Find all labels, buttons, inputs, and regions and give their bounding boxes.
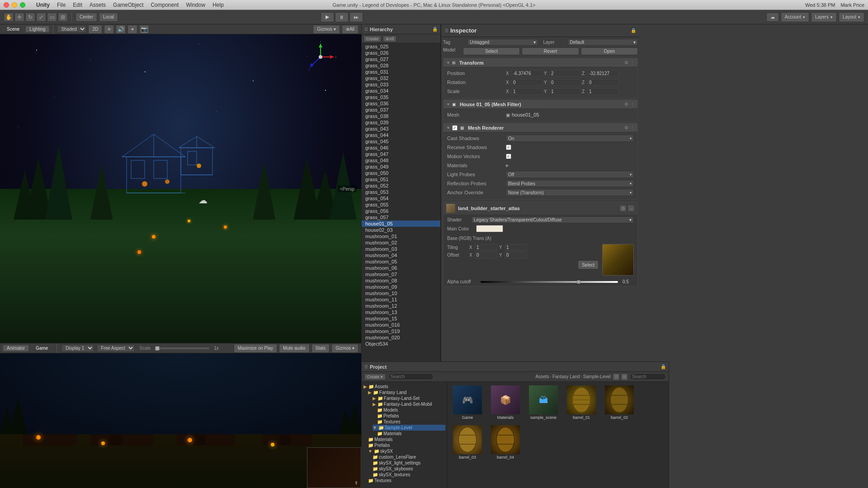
hier-grass-038[interactable]: grass_038	[362, 113, 440, 119]
hierarchy-lock-icon[interactable]: 🔒	[432, 27, 438, 32]
hier-mushroom-020[interactable]: mushroom_020	[362, 334, 440, 341]
tree-models[interactable]: 📁 Models	[377, 407, 445, 413]
asset-sample-scene[interactable]: 🏔 sample_scene	[525, 384, 561, 422]
tree-sample-level[interactable]: ▼ 📁 Sample-Level	[373, 425, 445, 431]
hier-grass-056[interactable]: grass_056	[362, 208, 440, 214]
project-lock-icon[interactable]: 🔒	[660, 364, 666, 369]
hier-grass-036[interactable]: grass_036	[362, 100, 440, 107]
asset-barrel-01[interactable]: barrel_01	[563, 384, 599, 422]
lighting-tab[interactable]: Lighting	[25, 26, 49, 33]
multi-tool[interactable]: ⊞	[58, 13, 68, 22]
tree-materials[interactable]: 📁 Materials	[368, 436, 445, 442]
transform-tools[interactable]: ✋ ✛ ↻ ⤢ ▭ ⊞	[4, 13, 68, 22]
mesh-renderer-enabled-checkbox[interactable]	[452, 125, 458, 131]
tree-fantasy-land-set-mobil[interactable]: ▶ 📁 Fantasy-Land-Set-Mobil	[373, 401, 445, 407]
material-settings-button[interactable]: ⚙	[619, 205, 627, 212]
mute-audio-button[interactable]: Mute audio	[279, 344, 309, 353]
maximize-button[interactable]	[20, 2, 25, 8]
anchor-override-dropdown[interactable]: None (Transform)	[506, 189, 634, 196]
hier-mushroom-09[interactable]: mushroom_09	[362, 284, 440, 290]
texture-select-button[interactable]: Select	[578, 260, 599, 269]
hier-grass-033[interactable]: grass_033	[362, 81, 440, 88]
hier-mushroom-11[interactable]: mushroom_11	[362, 296, 440, 303]
mac-menu[interactable]: File Edit Assets GameObject Component Wi…	[57, 2, 224, 8]
project-grid-view-icon[interactable]: ⊞	[621, 373, 628, 380]
hier-grass-054[interactable]: grass_054	[362, 195, 440, 202]
texture-preview[interactable]	[602, 244, 634, 276]
hier-grass-057[interactable]: grass_057	[362, 214, 440, 221]
hier-grass-028[interactable]: grass_028	[362, 62, 440, 69]
transform-header[interactable]: ▼ ⊞ Transform ⚙ ⋮	[443, 58, 637, 67]
close-button[interactable]	[4, 2, 9, 8]
materials-arrow-icon[interactable]: ▶	[506, 163, 509, 168]
offset-y-input[interactable]	[505, 252, 527, 258]
scale-slider[interactable]	[155, 347, 209, 349]
window-controls[interactable]	[4, 2, 25, 8]
position-x-input[interactable]	[511, 70, 543, 77]
tiling-x-input[interactable]	[475, 244, 497, 251]
layer-dropdown[interactable]: Default	[568, 39, 638, 46]
menu-file[interactable]: File	[57, 2, 66, 8]
hier-mushroom-12[interactable]: mushroom_12	[362, 303, 440, 309]
hier-mushroom-019[interactable]: mushroom_019	[362, 328, 440, 334]
scene-audio-button[interactable]: 🔊	[116, 25, 126, 34]
breadcrumb-assets[interactable]: Assets	[536, 374, 549, 379]
project-asset-search-input[interactable]	[630, 373, 666, 380]
light-probes-dropdown[interactable]: Off	[506, 171, 634, 178]
tree-skysx-light[interactable]: 📁 skySX_light_settings	[373, 460, 445, 466]
mesh-renderer-kebab-icon[interactable]: ⋮	[630, 125, 635, 130]
hier-mushroom-04[interactable]: mushroom_04	[362, 252, 440, 258]
project-assets-grid[interactable]: 🎮 Game 📦 Materials 🏔 sample_scene	[448, 382, 669, 488]
hier-grass-045[interactable]: grass_045	[362, 138, 440, 145]
hier-grass-039[interactable]: grass_039	[362, 119, 440, 126]
hier-mushroom-05[interactable]: mushroom_05	[362, 258, 440, 265]
hier-mushroom-016[interactable]: mushroom_016	[362, 322, 440, 328]
hier-grass-034[interactable]: grass_034	[362, 88, 440, 94]
tree-skysx-textures[interactable]: 📁 skySX_textures	[373, 472, 445, 478]
scene-all-button[interactable]: ⊕All	[342, 25, 359, 34]
alpha-handle[interactable]	[577, 280, 580, 284]
position-z-input[interactable]	[587, 70, 619, 77]
hier-grass-037[interactable]: grass_037	[362, 107, 440, 113]
hier-grass-047[interactable]: grass_047	[362, 151, 440, 157]
display-dropdown[interactable]: Display 1	[61, 344, 94, 352]
hierarchy-create-button[interactable]: Create	[363, 36, 381, 42]
hier-mushroom-10[interactable]: mushroom_10	[362, 290, 440, 296]
tree-custom-lensflare[interactable]: 📁 custom_LensFlare	[373, 454, 445, 460]
tree-prefabs-2[interactable]: 📁 Prefabs	[368, 442, 445, 448]
menu-help[interactable]: Help	[212, 2, 224, 8]
breadcrumb-sample-level[interactable]: Sample-Level	[583, 374, 611, 379]
receive-shadows-checkbox[interactable]	[506, 145, 511, 150]
hier-mushroom-08[interactable]: mushroom_08	[362, 277, 440, 284]
rotation-y-input[interactable]	[549, 79, 581, 86]
menu-component[interactable]: Component	[151, 2, 179, 8]
hier-grass-043[interactable]: grass_043	[362, 126, 440, 132]
collab-button[interactable]: ☁	[766, 13, 779, 22]
hier-grass-048[interactable]: grass_048	[362, 157, 440, 164]
inspector-lock-icon[interactable]: 🔒	[631, 28, 636, 33]
hier-grass-051[interactable]: grass_051	[362, 176, 440, 183]
hier-object534[interactable]: Object534	[362, 341, 440, 347]
asset-materials[interactable]: 📦 Materials	[487, 384, 524, 422]
project-view-mode-icon[interactable]: ☰	[613, 373, 620, 380]
transform-kebab-icon[interactable]: ⋮	[630, 60, 635, 65]
hier-mushroom-03[interactable]: mushroom_03	[362, 246, 440, 252]
hier-grass-031[interactable]: grass_031	[362, 69, 440, 75]
scene-camera-button[interactable]: 📷	[139, 25, 149, 34]
offset-x-input[interactable]	[475, 252, 497, 258]
tree-assets[interactable]: ▶ 📁 Assets	[363, 384, 445, 389]
hier-grass-026[interactable]: grass_026	[362, 50, 440, 56]
cast-shadows-dropdown[interactable]: On	[506, 135, 634, 142]
scale-z-input[interactable]	[587, 88, 619, 95]
main-color-swatch[interactable]	[476, 225, 503, 232]
scale-x-input[interactable]	[511, 88, 543, 95]
layers-dropdown[interactable]: Layers	[811, 12, 837, 22]
hier-grass-052[interactable]: grass_052	[362, 183, 440, 189]
tiling-y-input[interactable]	[505, 244, 527, 251]
maximize-on-play-button[interactable]: Maximize on Play	[234, 344, 277, 353]
transform-settings-icon[interactable]: ⚙	[624, 60, 628, 65]
reflection-probes-dropdown[interactable]: Blend Probes	[506, 180, 634, 187]
hier-mushroom-06[interactable]: mushroom_06	[362, 265, 440, 271]
stats-button[interactable]: Stats	[311, 344, 330, 353]
2d-button[interactable]: 2D	[88, 25, 102, 34]
